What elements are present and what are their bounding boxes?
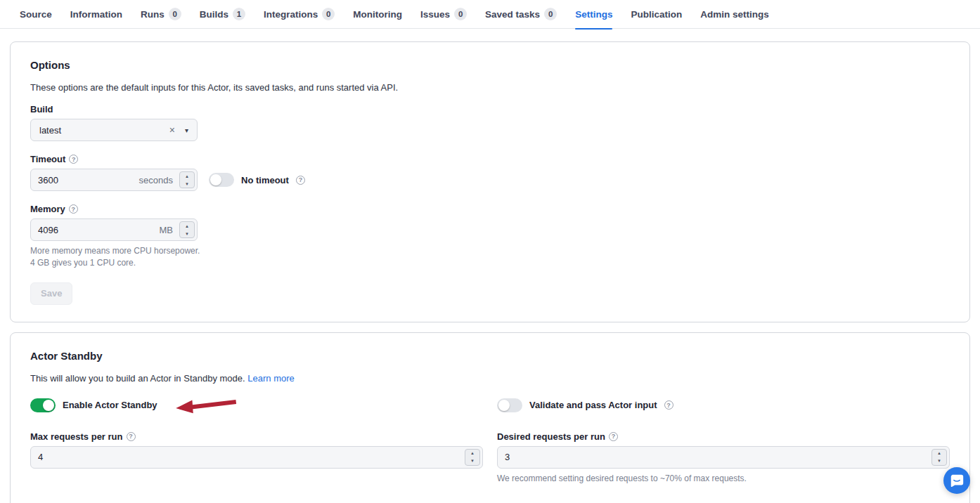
timeout-stepper[interactable]: ▲ ▼	[179, 171, 195, 188]
tab-label: Publication	[631, 9, 682, 20]
max-requests-inputbox: ▲ ▼	[30, 446, 483, 469]
timeout-inputbox: seconds ▲ ▼	[30, 169, 198, 191]
toggle-knob	[210, 174, 221, 185]
stepper-up-icon[interactable]: ▲	[180, 172, 194, 180]
builds-count-badge: 1	[233, 8, 245, 20]
actor-tabs-nav: Source Information Runs0 Builds1 Integra…	[0, 0, 980, 29]
chat-bubble-icon	[949, 473, 965, 488]
timeout-unit: seconds	[139, 175, 173, 185]
stepper-up-icon[interactable]: ▲	[465, 450, 479, 457]
desired-requests-field: Desired requests per run ? ▲ ▼ We recomm…	[497, 431, 950, 485]
tab-label: Builds	[200, 9, 228, 20]
validate-actor-input-toggle[interactable]	[497, 398, 522, 412]
stepper-down-icon[interactable]: ▼	[465, 457, 479, 465]
tab-label: Information	[70, 9, 122, 20]
info-icon[interactable]: ?	[127, 432, 136, 441]
timeout-input[interactable]	[31, 175, 139, 185]
integrations-count-badge: 0	[322, 8, 335, 20]
build-select-value: latest	[39, 125, 169, 136]
validate-input-row: Validate and pass Actor input ?	[497, 398, 950, 413]
toggle-knob	[43, 400, 54, 411]
tab-label: Monitoring	[353, 9, 402, 20]
tab-label: Runs	[141, 9, 165, 20]
learn-more-link[interactable]: Learn more	[247, 373, 294, 384]
tab-settings[interactable]: Settings	[575, 0, 612, 29]
tab-saved-tasks[interactable]: Saved tasks0	[485, 0, 557, 29]
tab-admin-settings[interactable]: Admin settings	[700, 0, 769, 29]
clear-icon[interactable]: ×	[169, 124, 175, 136]
build-field: Build latest × ▾	[30, 104, 950, 141]
no-timeout-label: No timeout	[241, 175, 289, 185]
max-requests-label: Max requests per run ?	[30, 431, 483, 442]
info-icon[interactable]: ?	[296, 176, 305, 185]
options-card: Options These options are the default in…	[10, 41, 970, 322]
no-timeout-toggle-row: No timeout ?	[209, 173, 305, 187]
chat-widget-button[interactable]	[943, 467, 970, 494]
stepper-up-icon[interactable]: ▲	[180, 222, 194, 230]
actor-standby-card: Actor Standby This will allow you to bui…	[10, 332, 970, 503]
info-icon[interactable]: ?	[609, 432, 618, 441]
red-annotation-arrow-icon	[174, 396, 239, 415]
desired-requests-stepper[interactable]: ▲ ▼	[931, 449, 947, 466]
enable-standby-label: Enable Actor Standby	[63, 400, 157, 410]
build-select[interactable]: latest × ▾	[30, 119, 198, 141]
timeout-field: Timeout ? seconds ▲ ▼ No timeout ?	[30, 154, 950, 191]
info-icon[interactable]: ?	[664, 400, 673, 410]
build-label: Build	[30, 104, 950, 115]
tab-label: Integrations	[264, 9, 318, 20]
toggle-knob	[498, 400, 510, 411]
tab-label: Settings	[575, 9, 612, 20]
desired-requests-inputbox: ▲ ▼	[497, 446, 950, 469]
standby-toggle-row: Enable Actor Standby Validate and pass A…	[30, 398, 950, 413]
desired-requests-label: Desired requests per run ?	[497, 431, 950, 442]
tab-label: Source	[20, 9, 52, 20]
max-requests-field: Max requests per run ? ▲ ▼	[30, 431, 483, 485]
issues-count-badge: 0	[454, 8, 467, 20]
saved-tasks-count-badge: 0	[544, 8, 557, 20]
tab-monitoring[interactable]: Monitoring	[353, 0, 402, 29]
runs-count-badge: 0	[169, 8, 181, 20]
stepper-down-icon[interactable]: ▼	[180, 180, 194, 188]
stepper-up-icon[interactable]: ▲	[932, 450, 946, 457]
memory-label: Memory ?	[30, 204, 950, 214]
timeout-label: Timeout ?	[30, 154, 950, 164]
standby-card-description: This will allow you to build an Actor in…	[30, 373, 950, 384]
max-requests-stepper[interactable]: ▲ ▼	[465, 449, 480, 466]
memory-field: Memory ? MB ▲ ▼ More memory means more C…	[30, 204, 950, 270]
tab-label: Admin settings	[700, 9, 769, 20]
memory-inputbox: MB ▲ ▼	[30, 218, 198, 241]
enable-standby-row: Enable Actor Standby	[30, 398, 483, 413]
enable-actor-standby-toggle[interactable]	[30, 398, 56, 412]
tab-publication[interactable]: Publication	[631, 0, 682, 29]
memory-stepper[interactable]: ▲ ▼	[179, 221, 195, 238]
requests-row: Max requests per run ? ▲ ▼ Desired reque…	[30, 431, 950, 485]
tab-information[interactable]: Information	[70, 0, 122, 29]
memory-unit: MB	[160, 225, 174, 235]
tab-runs[interactable]: Runs0	[141, 0, 181, 29]
save-button[interactable]: Save	[30, 282, 72, 305]
tab-issues[interactable]: Issues0	[420, 0, 467, 29]
tab-label: Saved tasks	[485, 9, 540, 20]
tab-source[interactable]: Source	[20, 0, 52, 29]
info-icon[interactable]: ?	[69, 155, 78, 164]
chevron-down-icon[interactable]: ▾	[185, 126, 188, 134]
max-requests-input[interactable]	[31, 452, 482, 462]
tab-builds[interactable]: Builds1	[200, 0, 245, 29]
info-icon[interactable]: ?	[69, 204, 78, 214]
options-card-title: Options	[30, 59, 950, 71]
tab-label: Issues	[420, 9, 450, 20]
memory-input[interactable]	[31, 225, 160, 235]
tab-integrations[interactable]: Integrations0	[264, 0, 335, 29]
validate-input-label: Validate and pass Actor input	[529, 400, 657, 410]
stepper-down-icon[interactable]: ▼	[180, 230, 194, 237]
no-timeout-toggle[interactable]	[209, 173, 234, 187]
standby-card-title: Actor Standby	[30, 350, 950, 362]
stepper-down-icon[interactable]: ▼	[932, 457, 946, 465]
options-card-description: These options are the default inputs for…	[30, 82, 950, 93]
desired-requests-helper: We recommend setting desired requests to…	[497, 473, 950, 485]
memory-helper: More memory means more CPU horsepower. 4…	[30, 245, 950, 270]
desired-requests-input[interactable]	[498, 452, 949, 462]
